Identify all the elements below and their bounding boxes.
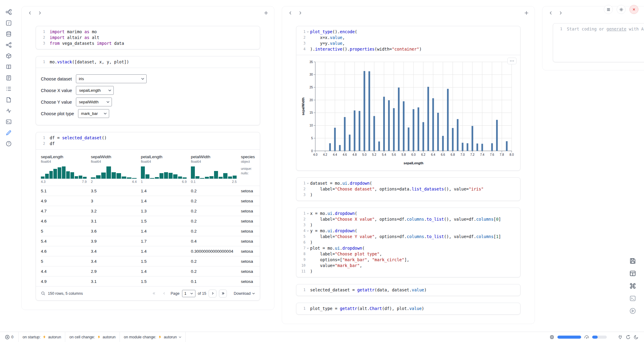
code-line[interactable]: 4).interactive().properties(width="conta… bbox=[296, 46, 517, 52]
tracing-icon[interactable] bbox=[5, 107, 12, 114]
table-column-header[interactable]: petalWidthfloat640.12.5 bbox=[191, 155, 241, 183]
documentation-icon[interactable] bbox=[5, 63, 12, 70]
code-editor[interactable]: 1df = selected_dataset()2df bbox=[36, 132, 260, 149]
generate-with-ai-link[interactable]: generate bbox=[606, 27, 626, 31]
code-line[interactable]: 8 label="Choose plot type", bbox=[296, 251, 517, 257]
prev-page-button[interactable] bbox=[160, 290, 168, 297]
code-line[interactable]: 5 label="Choose Y value", options=df.col… bbox=[296, 234, 517, 240]
ai-chat-icon[interactable] bbox=[5, 129, 12, 136]
cpu-meter[interactable] bbox=[592, 336, 607, 339]
code-line[interactable]: 1import marimo as mo bbox=[36, 29, 257, 35]
code-line[interactable]: 1x = mo.ui.dropdown( bbox=[296, 211, 517, 216]
code-editor[interactable]: 1mo.vstack([dataset, x, y, plot]) bbox=[36, 56, 260, 68]
code-editor[interactable]: 1 Start coding or generate with AI bbox=[553, 23, 644, 35]
last-page-button[interactable] bbox=[219, 290, 227, 297]
on-startup-config[interactable]: on startup: autorun bbox=[18, 332, 65, 342]
packages-icon[interactable] bbox=[5, 52, 12, 59]
layout-toggle-button[interactable] bbox=[629, 270, 636, 277]
column-scroll-left-button[interactable] bbox=[26, 9, 34, 17]
first-page-button[interactable] bbox=[150, 290, 158, 297]
table-column-header[interactable]: speciesobjectunique:nulls: bbox=[241, 155, 260, 183]
table-column-header[interactable]: petalLengthfloat6416.9 bbox=[141, 155, 191, 183]
code-editor[interactable]: 1plot_type = getattr(alt.Chart(df), plot… bbox=[296, 303, 520, 314]
editor-placeholder[interactable]: Start coding or generate with AI bbox=[567, 26, 644, 32]
code-editor[interactable]: 1x = mo.ui.dropdown(2 label="Choose X va… bbox=[296, 208, 520, 277]
code-line[interactable]: 1mo.vstack([dataset, x, y, plot]) bbox=[36, 59, 257, 65]
column-scroll-left-button[interactable] bbox=[286, 9, 294, 17]
code-line[interactable]: 4y = mo.ui.dropdown( bbox=[296, 228, 517, 234]
cell-selected-dataset[interactable]: 1selected_dataset = getattr(data, datase… bbox=[296, 284, 521, 296]
column-scroll-right-button[interactable] bbox=[296, 9, 304, 17]
code-line[interactable]: 3 y=y.value, bbox=[296, 41, 517, 46]
column-scroll-right-button[interactable] bbox=[36, 9, 44, 17]
code-editor[interactable]: 1selected_dataset = getattr(data, datase… bbox=[296, 284, 520, 296]
add-cell-button[interactable] bbox=[522, 9, 530, 17]
memory-meter[interactable] bbox=[557, 336, 581, 339]
x-value-select[interactable]: sepalLength bbox=[76, 86, 114, 95]
table-column-header[interactable]: sepalWidthfloat6424.4 bbox=[91, 155, 141, 183]
chart-actions-menu-button[interactable] bbox=[507, 58, 517, 64]
outline-icon[interactable] bbox=[5, 85, 12, 92]
fold-chevron-icon[interactable] bbox=[306, 29, 310, 35]
code-line[interactable]: 1plot_type = getattr(alt.Chart(df), plot… bbox=[296, 306, 517, 312]
table-row[interactable]: 4.42.91.40.2setosa bbox=[41, 266, 260, 276]
code-editor[interactable]: 1import marimo as mo2import altair as al… bbox=[36, 26, 260, 49]
dependencies-icon[interactable] bbox=[5, 41, 12, 48]
fold-chevron-icon[interactable] bbox=[306, 180, 310, 186]
shutdown-button[interactable] bbox=[629, 5, 639, 14]
table-row[interactable]: 4.93.11.50.1setosa bbox=[41, 276, 260, 286]
code-line[interactable]: 2 x=x.value, bbox=[296, 35, 517, 41]
download-button[interactable]: Download bbox=[234, 291, 255, 296]
table-row[interactable]: 53.61.40.2setosa bbox=[41, 226, 260, 236]
code-editor[interactable]: 1dataset = mo.ui.dropdown(2 label="Choos… bbox=[296, 178, 520, 201]
cell-dataframe[interactable]: 1df = selected_dataset()2df sepalLengthf… bbox=[36, 132, 260, 301]
on-cell-change-config[interactable]: on cell change: autorun bbox=[65, 332, 120, 342]
logs-icon[interactable] bbox=[5, 118, 12, 125]
data-sources-icon[interactable] bbox=[5, 30, 12, 37]
next-page-button[interactable] bbox=[209, 290, 216, 297]
code-line[interactable]: 3) bbox=[296, 192, 517, 198]
column-scroll-right-button[interactable] bbox=[556, 9, 564, 17]
cell-dataset-dropdown[interactable]: 1dataset = mo.ui.dropdown(2 label="Choos… bbox=[296, 177, 521, 201]
code-line[interactable]: 7plot = mo.ui.dropdown( bbox=[296, 245, 517, 251]
dataset-select[interactable]: iris bbox=[76, 74, 147, 83]
fold-chevron-icon[interactable] bbox=[306, 211, 310, 216]
table-row[interactable]: 53.41.50.2setosa bbox=[41, 256, 260, 266]
console-button[interactable] bbox=[629, 295, 636, 302]
table-row[interactable]: 4.73.21.30.2setosa bbox=[41, 206, 260, 216]
code-line[interactable]: 2 label="Choose X value", options=df.col… bbox=[296, 216, 517, 222]
table-row[interactable]: 4.63.41.40.30000000000000004setosa bbox=[41, 246, 260, 256]
altair-bar-chart[interactable]: 4.04.24.44.64.85.05.25.45.65.86.06.26.46… bbox=[301, 59, 514, 166]
code-line[interactable]: 1selected_dataset = getattr(data, datase… bbox=[296, 287, 517, 293]
table-row[interactable]: 4.931.40.2setosa bbox=[41, 196, 260, 206]
restart-kernel-icon[interactable] bbox=[626, 335, 631, 340]
cell-chart[interactable]: 1plot_type().encode(2 x=x.value,3 y=y.va… bbox=[296, 26, 521, 171]
code-line[interactable]: 10 value="mark_bar", bbox=[296, 263, 517, 269]
settings-button[interactable] bbox=[617, 5, 626, 14]
code-line[interactable]: 2df bbox=[36, 141, 257, 147]
theme-toggle-icon[interactable] bbox=[634, 335, 639, 340]
table-search-icon[interactable] bbox=[41, 291, 45, 296]
connection-icon[interactable] bbox=[618, 335, 623, 340]
keyboard-shortcuts-button[interactable] bbox=[629, 283, 636, 289]
code-line[interactable]: 2import altair as alt bbox=[36, 35, 257, 41]
table-row[interactable]: 4.63.11.50.2setosa bbox=[41, 216, 260, 226]
fold-chevron-icon[interactable] bbox=[306, 245, 310, 251]
errors-indicator[interactable]: 0 bbox=[0, 335, 18, 340]
cell-imports[interactable]: 1import marimo as mo2import altair as al… bbox=[36, 26, 260, 49]
table-row[interactable]: 5.43.91.70.4setosa bbox=[41, 236, 260, 246]
table-row[interactable]: 5.13.51.40.2setosa bbox=[41, 186, 260, 196]
code-line[interactable]: 11) bbox=[296, 269, 517, 274]
help-icon[interactable]: ? bbox=[5, 140, 12, 147]
variables-icon[interactable]: f bbox=[5, 20, 12, 26]
scratchpad-icon[interactable] bbox=[5, 74, 12, 81]
code-editor[interactable]: 1plot_type().encode(2 x=x.value,3 y=y.va… bbox=[296, 26, 520, 55]
notebook-menu-button[interactable] bbox=[604, 5, 613, 14]
code-line[interactable]: 1plot_type().encode( bbox=[296, 29, 517, 35]
code-line[interactable]: 3from vega_datasets import data bbox=[36, 41, 257, 46]
column-scroll-left-button[interactable] bbox=[547, 9, 555, 17]
file-explorer-icon[interactable] bbox=[5, 9, 12, 15]
new-empty-cell[interactable]: 1 Start coding or generate with AI bbox=[553, 23, 644, 62]
code-line[interactable]: 9 options=["mark_bar", "mark_circle"], bbox=[296, 257, 517, 263]
add-cell-button[interactable] bbox=[262, 9, 270, 17]
